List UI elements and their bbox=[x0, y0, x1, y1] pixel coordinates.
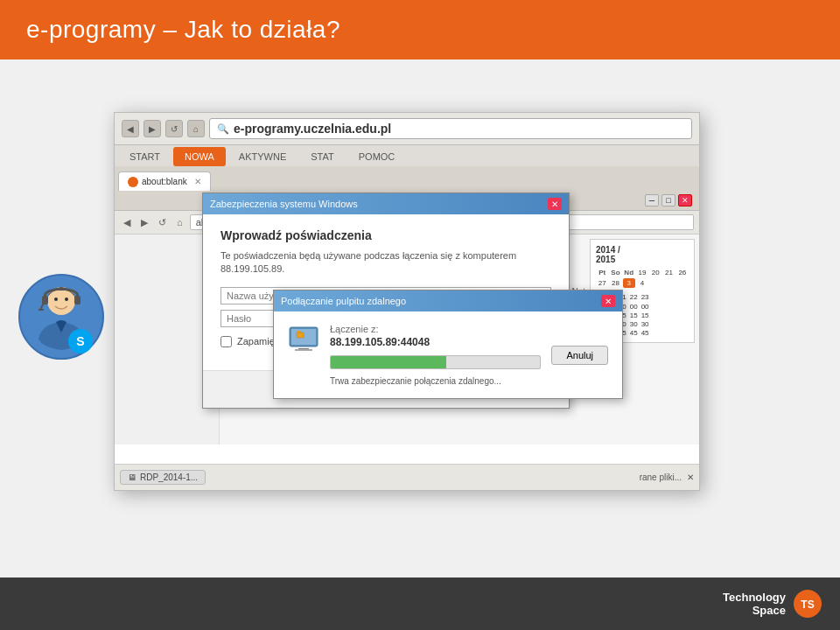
chrome-minimize-button[interactable]: ─ bbox=[645, 194, 659, 206]
cal-cell-28: 28 bbox=[609, 278, 621, 288]
rdp-title-text: Podłączanie pulpitu zdalnego bbox=[281, 296, 406, 306]
mini-cal-h4: 22 bbox=[630, 293, 638, 301]
tab-nowa[interactable]: NOWA bbox=[173, 147, 226, 166]
rdp-computer-icon bbox=[288, 324, 319, 355]
footer-logo: Technology Space bbox=[723, 591, 786, 617]
rdp-body: Łączenie z: 88.199.105.89:44048 Trwa zab… bbox=[274, 312, 622, 398]
security-dialog-title-bar: Zabezpieczenia systemu Windows ✕ bbox=[203, 193, 569, 214]
security-dialog-title: Zabezpieczenia systemu Windows bbox=[210, 199, 358, 209]
chrome-home-icon[interactable]: ⌂ bbox=[173, 215, 186, 229]
chrome-tab-close-icon[interactable]: ✕ bbox=[194, 177, 201, 186]
cal-cell-19: 19 bbox=[636, 268, 648, 277]
mini-cal-h5: 23 bbox=[641, 293, 649, 301]
rdp-status-text: Trwa zabezpieczanie połączenia zdalnego.… bbox=[330, 376, 541, 386]
tab-aktywne[interactable]: AKTYWNE bbox=[228, 147, 298, 166]
refresh-button[interactable]: ↺ bbox=[165, 120, 183, 137]
chrome-refresh-icon[interactable]: ↺ bbox=[155, 215, 170, 230]
taskbar-rdp-item[interactable]: 🖥 RDP_2014-1... bbox=[120, 470, 206, 485]
rdp-address-text: 88.199.105.89:44048 bbox=[330, 336, 541, 348]
tab-pomoc[interactable]: POMOC bbox=[347, 147, 407, 166]
security-dialog: Zabezpieczenia systemu Windows ✕ Wprowad… bbox=[202, 192, 570, 409]
rdp-close-button[interactable]: ✕ bbox=[601, 295, 615, 307]
chrome-back-icon[interactable]: ◀ bbox=[120, 215, 134, 230]
rdp-info-section: Łączenie z: 88.199.105.89:44048 Trwa zab… bbox=[330, 324, 541, 386]
chrome-close-button[interactable]: ✕ bbox=[678, 194, 692, 206]
back-button[interactable]: ◀ bbox=[122, 120, 139, 137]
calendar-grid-top: Pt So Nd 19 20 21 26 27 28 3 4 bbox=[596, 268, 689, 288]
footer-brand-line2: Space bbox=[752, 604, 786, 617]
svg-point-2 bbox=[54, 298, 58, 301]
cal-cell-26: 26 bbox=[676, 268, 689, 277]
cal-cell-27: 27 bbox=[596, 278, 608, 288]
tab-stat[interactable]: STAT bbox=[299, 147, 345, 166]
footer-brand-line1: Technology bbox=[723, 591, 786, 604]
downloads-text: rane pliki... bbox=[640, 472, 682, 482]
chrome-tab[interactable]: about:blank ✕ bbox=[118, 172, 211, 191]
address-bar[interactable]: 🔍 e-programy.uczelnia.edu.pl bbox=[209, 118, 692, 139]
main-content: S ◀ ▶ ↺ ⌂ 🔍 e-programy.uczelnia.edu.pl S… bbox=[0, 60, 840, 578]
avatar-icon: S bbox=[18, 273, 105, 360]
avatar-container: S bbox=[18, 273, 105, 364]
downloads-close-icon[interactable]: ✕ bbox=[687, 472, 694, 482]
technology-space-logo-icon: TS bbox=[793, 589, 822, 619]
footer-bar: Technology Space TS bbox=[0, 578, 840, 630]
browser-content: about:blank ✕ Nowa rezerwacja - Google C… bbox=[115, 166, 699, 490]
cal-cell-21: 21 bbox=[662, 268, 675, 277]
page-header: e-programy – Jak to działa? bbox=[0, 0, 840, 60]
chrome-tab-text: about:blank bbox=[142, 177, 187, 186]
chrome-window: about:blank ✕ Nowa rezerwacja - Google C… bbox=[115, 166, 699, 490]
remember-credentials-checkbox[interactable] bbox=[220, 336, 232, 347]
cal-cell-4: 4 bbox=[636, 278, 648, 288]
security-dialog-text: Te poświadczenia będą używane podczas łą… bbox=[220, 249, 551, 276]
outer-browser-nav: ◀ ▶ ↺ ⌂ 🔍 e-programy.uczelnia.edu.pl bbox=[115, 113, 699, 145]
chrome-favicon-icon bbox=[128, 177, 138, 187]
cal-cell-3: 3 bbox=[623, 278, 635, 288]
page-title: e-programy – Jak to działa? bbox=[26, 16, 340, 44]
rdp-progress-bar bbox=[330, 355, 541, 369]
chrome-forward-icon[interactable]: ▶ bbox=[137, 215, 151, 230]
cal-header-so: So bbox=[609, 268, 621, 277]
security-dialog-heading: Wprowadź poświadczenia bbox=[220, 228, 551, 242]
chrome-maximize-button[interactable]: □ bbox=[662, 194, 676, 206]
nav-tabs-row: START NOWA AKTYWNE STAT POMOC bbox=[115, 145, 699, 166]
forward-button[interactable]: ▶ bbox=[144, 120, 161, 137]
rdp-connecting-label: Łączenie z: bbox=[330, 324, 541, 334]
chrome-tab-strip: about:blank ✕ bbox=[115, 166, 699, 191]
cal-header-nd: Nd bbox=[623, 268, 635, 277]
cal-header-pt: Pt bbox=[596, 268, 608, 277]
tab-start[interactable]: START bbox=[118, 147, 172, 166]
rdp-content-row: Łączenie z: 88.199.105.89:44048 Trwa zab… bbox=[288, 324, 608, 386]
cal-cell-empty bbox=[649, 278, 662, 288]
calendar-year: 2014 / 2015 bbox=[596, 245, 689, 264]
rdp-dialog: Podłączanie pulpitu zdalnego ✕ bbox=[273, 290, 623, 399]
svg-point-3 bbox=[65, 298, 68, 301]
svg-text:TS: TS bbox=[801, 598, 814, 611]
cal-cell-20: 20 bbox=[649, 268, 662, 277]
search-icon: 🔍 bbox=[217, 123, 229, 135]
address-bar-text: e-programy.uczelnia.edu.pl bbox=[234, 122, 391, 136]
rdp-cancel-button[interactable]: Anuluj bbox=[551, 346, 608, 365]
home-button[interactable]: ⌂ bbox=[187, 120, 205, 137]
chrome-taskbar: 🖥 RDP_2014-1... rane pliki... ✕ bbox=[115, 464, 699, 490]
svg-text:S: S bbox=[76, 334, 84, 348]
svg-rect-5 bbox=[74, 296, 80, 304]
browser-screenshot: ◀ ▶ ↺ ⌂ 🔍 e-programy.uczelnia.edu.pl STA… bbox=[114, 112, 700, 491]
taskbar-rdp-label: RDP_2014-1... bbox=[140, 472, 198, 482]
rdp-progress-inner bbox=[331, 356, 446, 368]
svg-rect-14 bbox=[295, 349, 312, 351]
taskbar-downloads: rane pliki... ✕ bbox=[640, 472, 694, 482]
security-dialog-close-button[interactable]: ✕ bbox=[548, 198, 562, 210]
chrome-window-controls: ─ □ ✕ bbox=[645, 194, 692, 206]
rdp-title-bar: Podłączanie pulpitu zdalnego ✕ bbox=[274, 290, 622, 312]
svg-rect-11 bbox=[297, 331, 301, 333]
